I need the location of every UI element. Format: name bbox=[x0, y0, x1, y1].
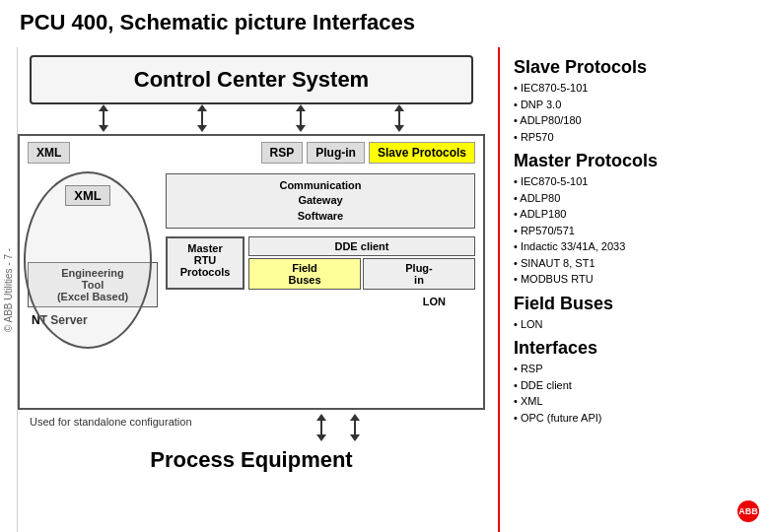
bottom-section: Used for standalone configuration bbox=[10, 414, 493, 441]
abb-text: ABB bbox=[738, 506, 758, 516]
abb-circle-1: ABB bbox=[737, 500, 759, 522]
field-buses-label: FieldBuses bbox=[288, 262, 320, 286]
bottom-tri-down-1 bbox=[316, 434, 326, 441]
abb-logo: ABB bbox=[737, 500, 759, 522]
seg-1 bbox=[103, 111, 105, 125]
bottom-tri-up-1 bbox=[316, 414, 326, 421]
right-col: CommunicationGatewaySoftware MasterRTUPr… bbox=[162, 169, 479, 331]
standalone-note: Used for standalone configuration bbox=[18, 416, 192, 428]
slave-item-3: • RP570 bbox=[514, 129, 769, 146]
master-rtu-box: MasterRTUProtocols bbox=[166, 236, 245, 290]
ccs-box: Control Center System bbox=[30, 55, 473, 104]
seg-3 bbox=[300, 111, 302, 125]
comm-gw-box: CommunicationGatewaySoftware bbox=[166, 173, 475, 229]
field-buses-heading: Field Buses bbox=[514, 294, 769, 314]
rsp-proto-label: RSP bbox=[261, 142, 304, 164]
arrow-1 bbox=[99, 104, 108, 132]
master-item-0: • IEC870-5-101 bbox=[514, 173, 769, 190]
field-buses-box: FieldBuses bbox=[248, 258, 361, 290]
field-buses-item-0: • LON bbox=[514, 316, 769, 333]
right-panel: Slave Protocols • IEC870-5-101 • DNP 3.0… bbox=[498, 47, 769, 532]
arrow-3 bbox=[296, 104, 306, 132]
right-boxes: DDE client FieldBuses Plug-in bbox=[248, 236, 475, 290]
arrow-2 bbox=[197, 104, 207, 132]
arrow-4 bbox=[394, 104, 404, 132]
interfaces-items: • RSP • DDE client • XML • OPC (future A… bbox=[514, 361, 769, 426]
dde-client-box: DDE client bbox=[248, 236, 475, 256]
xml-proto-label: XML bbox=[28, 142, 70, 164]
bottom-seg-1 bbox=[320, 421, 322, 434]
process-equip: Process Equipment bbox=[18, 441, 485, 479]
master-rtu-label: MasterRTUProtocols bbox=[180, 242, 231, 278]
interfaces-heading: Interfaces bbox=[514, 338, 769, 359]
bottom-arrows bbox=[192, 414, 486, 441]
tri-down-1 bbox=[99, 125, 108, 132]
seg-4 bbox=[398, 111, 400, 125]
bottom-tri-up-2 bbox=[350, 414, 360, 421]
lon-area: LON bbox=[166, 296, 475, 307]
xml-oval: XML bbox=[24, 171, 152, 349]
bottom-tri-down-2 bbox=[350, 434, 360, 441]
slave-item-1: • DNP 3.0 bbox=[514, 97, 769, 113]
page-title: PCU 400, Schematic picture Interfaces bbox=[0, 0, 769, 41]
slave-protocols-heading: Slave Protocols bbox=[514, 57, 769, 78]
bottom-row: MasterRTUProtocols DDE client FieldBuses… bbox=[166, 236, 475, 290]
tri-up-4 bbox=[394, 104, 404, 111]
bottom-seg-2 bbox=[354, 421, 356, 434]
tri-down-3 bbox=[296, 125, 306, 132]
slave-item-2: • ADLP80/180 bbox=[514, 112, 769, 129]
tri-down-4 bbox=[394, 125, 404, 132]
protocol-row: XML RSP Plug-in Slave Protocols bbox=[24, 140, 479, 166]
master-protocols-heading: Master Protocols bbox=[514, 151, 769, 171]
lon-label: LON bbox=[423, 296, 446, 307]
comm-gw-label: CommunicationGatewaySoftware bbox=[279, 179, 361, 222]
tri-up-2 bbox=[197, 104, 207, 111]
slave-item-0: • IEC870-5-101 bbox=[514, 80, 769, 97]
master-items: • IEC870-5-101 • ADLP80 • ADLP180 • RP57… bbox=[514, 173, 769, 288]
slave-items: • IEC870-5-101 • DNP 3.0 • ADLP80/180 • … bbox=[514, 80, 769, 145]
interfaces-item-1: • DDE client bbox=[514, 377, 769, 394]
plugin-proto-label: Plug-in bbox=[307, 142, 365, 164]
ccs-arrows bbox=[10, 104, 493, 132]
interfaces-item-2: • XML bbox=[514, 393, 769, 410]
master-item-4: • Indactic 33/41A, 2033 bbox=[514, 238, 769, 255]
xml-oval-label: XML bbox=[65, 185, 109, 206]
interfaces-item-0: • RSP bbox=[514, 361, 769, 377]
plugin-label: Plug-in bbox=[405, 262, 433, 286]
inner-box: XML RSP Plug-in Slave Protocols XML Engi… bbox=[18, 134, 485, 410]
master-item-6: • MODBUS RTU bbox=[514, 271, 769, 288]
master-item-1: • ADLP80 bbox=[514, 190, 769, 207]
slave-proto-label: Slave Protocols bbox=[369, 142, 475, 164]
diagram-area: Control Center System XML bbox=[10, 47, 493, 532]
master-item-3: • RP570/571 bbox=[514, 223, 769, 239]
bottom-arrow-2 bbox=[350, 414, 360, 441]
interfaces-item-3: • OPC (future API) bbox=[514, 410, 769, 427]
master-item-5: • SINAUT 8, ST1 bbox=[514, 255, 769, 272]
tri-up-1 bbox=[99, 104, 108, 111]
field-buses-items: • LON bbox=[514, 316, 769, 333]
plugin-box: Plug-in bbox=[363, 258, 475, 290]
tri-up-3 bbox=[296, 104, 306, 111]
seg-2 bbox=[201, 111, 203, 125]
field-plugin-row: FieldBuses Plug-in bbox=[248, 258, 475, 290]
bottom-arrow-1 bbox=[316, 414, 326, 441]
master-item-2: • ADLP180 bbox=[514, 206, 769, 223]
tri-down-2 bbox=[197, 125, 207, 132]
